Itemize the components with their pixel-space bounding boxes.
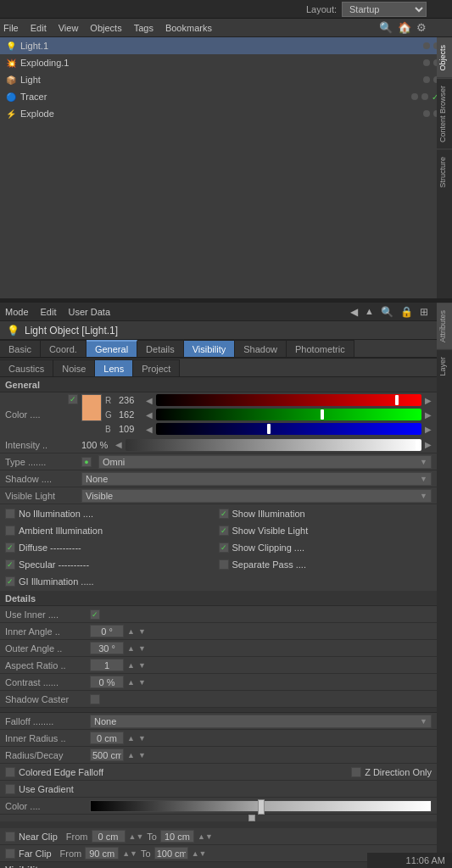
tab-shadow[interactable]: Shadow bbox=[235, 340, 287, 357]
settings-icon[interactable]: ⚙ bbox=[416, 21, 427, 34]
far-to-spin[interactable]: ▲▼ bbox=[192, 849, 207, 858]
near-to-spin[interactable]: ▲▼ bbox=[198, 832, 213, 841]
intensity-down-btn[interactable]: ◀ bbox=[115, 440, 122, 449]
use-inner-check[interactable]: ✓ bbox=[90, 609, 100, 620]
sidebar-tab-objects[interactable]: Objects bbox=[437, 37, 452, 78]
near-clip-to[interactable] bbox=[160, 830, 194, 843]
use-gradient-check[interactable] bbox=[5, 784, 15, 794]
tab-basic[interactable]: Basic bbox=[0, 340, 41, 357]
near-clip-check[interactable] bbox=[5, 832, 15, 842]
radius-decay-input[interactable] bbox=[90, 748, 124, 761]
gi-illumination-check[interactable]: ✓ bbox=[5, 576, 15, 587]
z-direction-check[interactable] bbox=[351, 767, 361, 777]
visible-light-dropdown[interactable]: Visible ▼ bbox=[81, 489, 432, 503]
tab-project[interactable]: Project bbox=[133, 359, 180, 376]
diffuse-check[interactable]: ✓ bbox=[5, 542, 15, 553]
r-slider[interactable] bbox=[156, 394, 421, 406]
far-clip-check[interactable] bbox=[5, 849, 15, 859]
menu-edit[interactable]: Edit bbox=[31, 23, 47, 33]
radius-decay-down[interactable]: ▼ bbox=[138, 751, 146, 760]
colored-edge-falloff-check[interactable] bbox=[5, 767, 15, 777]
contrast-down[interactable]: ▼ bbox=[138, 678, 146, 687]
b-slider[interactable] bbox=[156, 423, 421, 435]
g-slider[interactable] bbox=[156, 409, 421, 420]
outer-angle-down[interactable]: ▼ bbox=[138, 644, 146, 653]
magnify-icon[interactable]: 🔍 bbox=[381, 306, 393, 318]
intensity-slider[interactable] bbox=[126, 439, 421, 451]
g-down-btn[interactable]: ◀ bbox=[146, 410, 153, 420]
shadow-caster-check[interactable] bbox=[90, 694, 100, 704]
shadow-dropdown[interactable]: None ▼ bbox=[81, 472, 432, 486]
near-clip-from[interactable] bbox=[92, 830, 126, 843]
no-illumination-check[interactable] bbox=[5, 509, 15, 519]
tab-visibility[interactable]: Visibility bbox=[184, 340, 236, 357]
layout-dropdown[interactable]: Startup bbox=[342, 2, 427, 17]
tab-general[interactable]: General bbox=[86, 340, 137, 357]
inner-radius-down[interactable]: ▼ bbox=[138, 734, 146, 743]
b-up-btn[interactable]: ▶ bbox=[425, 425, 432, 434]
menu-view[interactable]: View bbox=[59, 23, 79, 33]
contrast-up[interactable]: ▲ bbox=[127, 678, 135, 687]
color-toggle-check[interactable]: ✓ bbox=[68, 394, 78, 404]
menu-bookmarks[interactable]: Bookmarks bbox=[165, 23, 212, 33]
attr-edit[interactable]: Edit bbox=[41, 307, 57, 317]
arrow-up-icon[interactable]: ▲ bbox=[365, 306, 374, 318]
inner-angle-input[interactable] bbox=[90, 625, 124, 637]
far-from-spin[interactable]: ▲▼ bbox=[122, 849, 137, 858]
type-dropdown[interactable]: Omni ▼ bbox=[98, 455, 432, 469]
r-value[interactable]: 236 bbox=[119, 395, 142, 405]
gradient-thumb[interactable] bbox=[258, 799, 265, 815]
tab-lens[interactable]: Lens bbox=[95, 359, 133, 376]
tab-details[interactable]: Details bbox=[137, 340, 184, 357]
type-toggle[interactable]: ● bbox=[81, 457, 92, 467]
home-icon[interactable]: 🏠 bbox=[398, 21, 411, 34]
outer-angle-up[interactable]: ▲ bbox=[127, 644, 135, 653]
b-down-btn[interactable]: ◀ bbox=[146, 425, 153, 434]
more-icon[interactable]: ⊞ bbox=[420, 306, 428, 318]
aspect-up[interactable]: ▲ bbox=[127, 661, 135, 670]
list-item[interactable]: 🔵 Tracer ✓ bbox=[0, 88, 452, 105]
inner-angle-down[interactable]: ▼ bbox=[138, 627, 146, 636]
show-visible-light-check[interactable]: ✓ bbox=[219, 526, 229, 536]
near-from-spin[interactable]: ▲▼ bbox=[129, 832, 144, 841]
falloff-dropdown[interactable]: None ▼ bbox=[90, 715, 432, 728]
list-item[interactable]: 💥 Exploding.1 ✓ bbox=[0, 54, 452, 71]
aspect-down[interactable]: ▼ bbox=[138, 661, 146, 670]
attr-mode[interactable]: Mode bbox=[5, 307, 29, 317]
inner-radius-input[interactable] bbox=[90, 732, 124, 744]
r-up-btn[interactable]: ▶ bbox=[425, 396, 432, 405]
inner-radius-up[interactable]: ▲ bbox=[127, 734, 135, 743]
menu-file[interactable]: File bbox=[3, 23, 19, 33]
intensity-up-btn[interactable]: ▶ bbox=[425, 440, 432, 449]
sidebar-tab-layer[interactable]: Layer bbox=[437, 349, 452, 383]
tab-coord[interactable]: Coord. bbox=[41, 340, 86, 357]
r-down-btn[interactable]: ◀ bbox=[146, 396, 153, 405]
far-clip-from[interactable] bbox=[85, 847, 119, 860]
color-swatch[interactable] bbox=[81, 394, 102, 421]
separate-pass-check[interactable] bbox=[219, 559, 229, 570]
lock-icon[interactable]: 🔒 bbox=[400, 306, 413, 318]
inner-angle-up[interactable]: ▲ bbox=[127, 627, 135, 636]
intensity-value[interactable]: 100 % bbox=[81, 440, 112, 450]
search-icon[interactable]: 🔍 bbox=[379, 21, 393, 34]
show-clipping-check[interactable]: ✓ bbox=[219, 542, 229, 553]
outer-angle-input[interactable] bbox=[90, 642, 124, 654]
specular-check[interactable]: ✓ bbox=[5, 559, 15, 570]
sidebar-tab-attributes[interactable]: Attributes bbox=[437, 303, 452, 349]
color-gradient-bar[interactable] bbox=[90, 800, 432, 812]
tab-noise[interactable]: Noise bbox=[53, 359, 95, 376]
far-clip-to[interactable] bbox=[154, 847, 188, 860]
sidebar-tab-content[interactable]: Content Browser bbox=[437, 78, 452, 149]
list-item[interactable]: 📦 Light ✓ bbox=[0, 71, 452, 88]
menu-objects[interactable]: Objects bbox=[90, 23, 121, 33]
show-illumination-check[interactable]: ✓ bbox=[219, 509, 229, 519]
gradient-bottom-handle[interactable] bbox=[248, 815, 255, 821]
contrast-input[interactable] bbox=[90, 676, 124, 688]
g-up-btn[interactable]: ▶ bbox=[425, 410, 432, 420]
tab-caustics[interactable]: Caustics bbox=[0, 359, 53, 376]
g-value[interactable]: 162 bbox=[119, 409, 142, 420]
sidebar-tab-structure[interactable]: Structure bbox=[437, 149, 452, 195]
attr-userdata[interactable]: User Data bbox=[69, 307, 111, 317]
list-item[interactable]: ⚡ Explode ✓ bbox=[0, 105, 452, 122]
ambient-illumination-check[interactable] bbox=[5, 526, 15, 536]
